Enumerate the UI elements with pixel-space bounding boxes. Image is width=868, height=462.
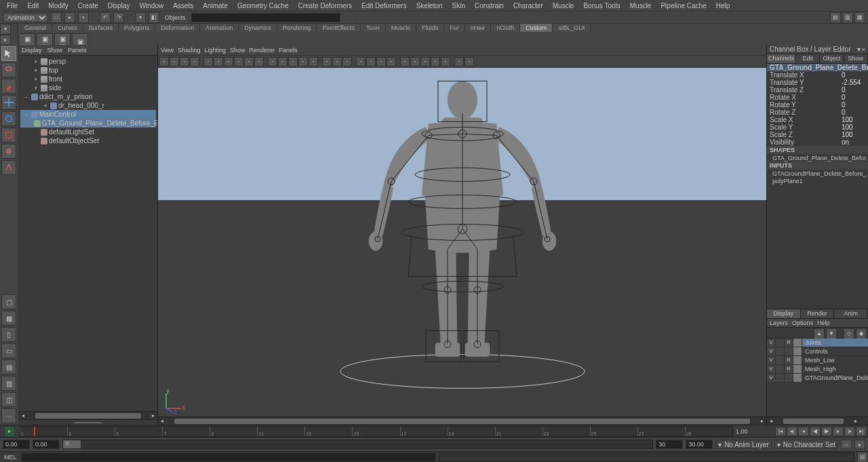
layer-menu-layers[interactable]: Layers	[770, 320, 788, 326]
image-plane-icon[interactable]: ▫	[190, 57, 199, 66]
screen-icon[interactable]: ▫	[465, 57, 474, 66]
outliner-item[interactable]: defaultLightSet	[20, 128, 156, 136]
vp-select-icon[interactable]: ▫	[400, 57, 410, 66]
menu-edit[interactable]: Edit	[23, 1, 43, 10]
layer-playback-toggle[interactable]	[776, 356, 785, 364]
menu-bonus-tools[interactable]: Bonus Tools	[579, 1, 624, 10]
layer-row[interactable]: VControls	[767, 347, 868, 356]
channel-row[interactable]: Visibilityon	[767, 138, 868, 146]
menu-skin[interactable]: Skin	[448, 1, 469, 10]
command-input[interactable]	[21, 453, 437, 462]
channel-value[interactable]: 0	[842, 94, 865, 101]
outliner-menu-panels[interactable]: Panels	[68, 47, 87, 54]
shelf-menu-icon[interactable]: ▸	[0, 35, 11, 45]
menu-display[interactable]: Display	[104, 1, 134, 10]
menu-modify[interactable]: Modify	[44, 1, 72, 10]
scale-tool[interactable]	[1, 128, 16, 142]
select-mode-icon[interactable]: ◧	[149, 12, 159, 23]
shelf-tab-curves[interactable]: Curves	[52, 24, 83, 32]
shelf-tab-painteffects[interactable]: PaintEffects	[317, 24, 361, 32]
channel-value[interactable]: 0	[842, 86, 865, 94]
cb-tab-object[interactable]: Object	[820, 54, 844, 63]
menu-create-deformers[interactable]: Create Deformers	[294, 1, 356, 10]
cb-tab-channels[interactable]: Channels	[767, 54, 796, 63]
layer-visibility-toggle[interactable]: V	[767, 339, 776, 347]
current-time-indicator[interactable]	[34, 427, 35, 436]
outliner-item[interactable]: -MainControl	[20, 110, 156, 119]
layout-four-icon[interactable]: ▦	[1, 311, 16, 326]
shelf-tab-sibl_gui[interactable]: sIBL_GUI	[553, 24, 591, 32]
module-selector[interactable]: Animation	[3, 13, 48, 22]
viewport-menu-shading[interactable]: Shading	[178, 47, 200, 54]
prefs-icon[interactable]: ▸	[854, 440, 865, 449]
grid-icon[interactable]: ▫	[203, 57, 213, 66]
layout-two-stacked-icon[interactable]: ▭	[1, 343, 16, 358]
range-end-field[interactable]: 30	[656, 440, 683, 449]
shelf-tab-polygons[interactable]: Polygons	[119, 24, 155, 32]
redo-icon[interactable]: ↷	[113, 12, 124, 23]
vp-4-icon[interactable]: ▫	[441, 57, 450, 66]
vp-2-icon[interactable]: ▫	[420, 57, 430, 66]
anim-layer-select[interactable]: ▾No Anim Layer	[715, 440, 772, 449]
hq-render-icon[interactable]: ▫	[356, 57, 366, 66]
layer-reference-toggle[interactable]: R	[785, 365, 793, 373]
viewport-menu-panels[interactable]: Panels	[279, 47, 298, 54]
channel-row[interactable]: Scale Z100	[767, 131, 868, 138]
channel-row[interactable]: Scale X100	[767, 116, 868, 123]
playback-end-field[interactable]: 30.00	[686, 440, 713, 449]
undo-icon[interactable]: ↶	[100, 12, 111, 23]
shelf-tab-fluids[interactable]: Fluids	[416, 24, 444, 32]
layer-row[interactable]: VRMesh_High	[767, 365, 868, 374]
channel-value[interactable]: -2.554	[842, 79, 865, 86]
select-by-name-icon[interactable]: ▾	[135, 12, 146, 23]
channel-value[interactable]: 100	[842, 131, 865, 138]
layout-outliner-persp-icon[interactable]: ▤	[1, 360, 16, 374]
smooth-shade-icon[interactable]: ▫	[278, 57, 288, 66]
paint-select-tool[interactable]	[1, 79, 16, 94]
shelf-tab-muscle[interactable]: Muscle	[386, 24, 417, 32]
panel-close-icon[interactable]: ×	[862, 46, 865, 53]
layer-visibility-toggle[interactable]: V	[767, 374, 776, 382]
lights-icon[interactable]: ▫	[298, 57, 308, 66]
select-tool[interactable]	[1, 46, 16, 61]
safe-title-icon[interactable]: ▫	[254, 57, 264, 66]
move-layer-up-icon[interactable]: ▲	[814, 328, 825, 339]
layout-hypershade-icon[interactable]: ◫	[1, 392, 16, 407]
layer-playback-toggle[interactable]	[776, 347, 785, 355]
shelf-tab-surfaces[interactable]: Surfaces	[83, 24, 119, 32]
channel-value[interactable]: 0	[842, 101, 865, 109]
step-back-icon[interactable]: ◂	[798, 427, 809, 436]
range-slider[interactable]: 0	[62, 440, 653, 449]
layer-row[interactable]: VRJoints	[767, 339, 868, 347]
layer-reference-toggle[interactable]	[785, 347, 793, 355]
aa-icon[interactable]: ▫	[387, 57, 396, 66]
step-back-key-icon[interactable]: ◂|	[787, 427, 797, 436]
viewport-menu-lighting[interactable]: Lighting	[204, 47, 226, 54]
channel-value[interactable]: 100	[842, 123, 865, 131]
outliner-menu-display[interactable]: Display	[22, 47, 42, 54]
layer-color-swatch[interactable]	[793, 374, 802, 382]
channel-value[interactable]: 0	[842, 71, 865, 79]
tool-settings-toggle-icon[interactable]: ▥	[842, 12, 853, 23]
layer-visibility-toggle[interactable]: V	[767, 365, 776, 373]
outliner-item[interactable]: +persp	[20, 57, 156, 66]
step-forward-key-icon[interactable]: |▸	[844, 427, 855, 436]
ao-icon[interactable]: ▫	[376, 57, 386, 66]
layout-persp-graph-icon[interactable]: ▥	[1, 376, 16, 391]
layout-two-side-icon[interactable]: ▯	[1, 327, 16, 342]
character-set-select[interactable]: ▾No Character Set	[774, 440, 838, 449]
playback-start-field[interactable]: 0.00	[3, 440, 30, 449]
channel-row[interactable]: Rotate X0	[767, 94, 868, 101]
script-editor-icon[interactable]: ▤	[857, 452, 868, 463]
textured-icon[interactable]: ▫	[288, 57, 298, 66]
fiducial-icon[interactable]: ▫	[454, 57, 464, 66]
channel-box[interactable]: GTA_Ground_Plane_Delete_Before... Transl…	[767, 64, 868, 193]
shelf-tab-general[interactable]: General	[19, 24, 52, 32]
viewport-menu-show[interactable]: Show	[230, 47, 245, 54]
outliner-item[interactable]: +side	[20, 83, 156, 92]
selection-name-field[interactable]	[191, 13, 340, 22]
channel-row[interactable]: Translate X0	[767, 71, 868, 79]
layer-color-swatch[interactable]	[793, 347, 802, 355]
expander-icon[interactable]: +	[33, 58, 39, 65]
layer-scrollbar[interactable]: ◂▸	[767, 417, 868, 425]
